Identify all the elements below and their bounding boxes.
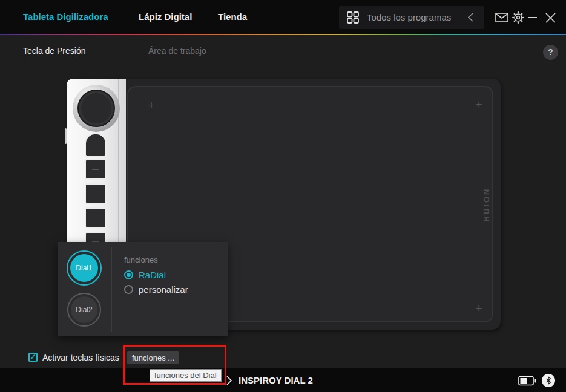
chevron-left-icon[interactable] — [468, 13, 473, 22]
close-icon[interactable] — [545, 13, 556, 23]
tab-working-area[interactable]: Área de trabajo — [148, 46, 206, 56]
dial1-button[interactable]: Dial1 — [67, 250, 102, 286]
device-name[interactable]: INSPIROY DIAL 2 — [239, 375, 313, 385]
popup-divider — [111, 247, 112, 332]
nav-item-store[interactable]: Tienda — [218, 11, 247, 22]
radio-selected-icon — [124, 270, 133, 279]
tablet-express-key-1[interactable] — [85, 133, 107, 157]
key-dash-mark — [92, 169, 99, 170]
radio-option-radial[interactable]: RaDial — [124, 270, 166, 280]
settings-gear-icon[interactable] — [512, 11, 525, 24]
mail-icon[interactable] — [495, 13, 508, 22]
status-bar: INSPIROY DIAL 2 — [0, 368, 566, 392]
dial2-label: Dial2 — [71, 296, 97, 323]
app-window: Tableta Digilizadora Lápiz Digital Tiend… — [0, 0, 566, 392]
dial-settings-popup: Dial1 Dial2 funciones RaDial personaliza… — [58, 242, 228, 336]
dial2-button[interactable]: Dial2 — [67, 293, 101, 327]
functions-label: funciones — [124, 255, 158, 264]
tablet-express-key-2[interactable] — [85, 159, 107, 180]
crosshair-top-left-icon: + — [148, 99, 154, 111]
dial-knob-surface — [77, 90, 115, 127]
radio-personalizar-label: personalizar — [139, 284, 188, 295]
tablet-express-key-3[interactable] — [85, 183, 107, 204]
minimize-icon[interactable] — [528, 17, 537, 18]
rainbow-divider — [0, 34, 566, 35]
header-bar: Tableta Digilizadora Lápiz Digital Tiend… — [0, 0, 566, 35]
chevron-right-icon[interactable] — [226, 376, 232, 385]
nav-item-tablet[interactable]: Tableta Digilizadora — [23, 11, 108, 22]
radio-radial-label: RaDial — [139, 270, 166, 280]
help-icon[interactable]: ? — [543, 45, 558, 60]
tab-press-key[interactable]: Tecla de Presión — [23, 46, 86, 56]
all-programs-label: Todos los programas — [367, 12, 451, 22]
crosshair-bottom-right-icon: + — [475, 302, 482, 314]
crosshair-top-right-icon: + — [475, 99, 482, 110]
dial1-label: Dial1 — [70, 254, 98, 282]
enable-press-keys-label: Activar teclas físicas — [42, 353, 119, 362]
all-programs-selector[interactable]: Todos los programas — [339, 6, 484, 29]
apps-grid-icon — [346, 11, 360, 24]
tablet-dial-knob[interactable] — [73, 85, 120, 132]
huion-brand-logo: HUION — [482, 188, 491, 222]
radio-unselected-icon — [124, 285, 133, 294]
nav-item-digital-pen[interactable]: Lápiz Digital — [139, 11, 192, 22]
functions-tooltip: funciones del Dial — [150, 369, 222, 382]
bluetooth-icon[interactable] — [542, 374, 555, 387]
tablet-side-notch — [65, 128, 67, 144]
radio-option-personalizar[interactable]: personalizar — [124, 284, 188, 295]
tablet-express-key-4[interactable] — [85, 207, 107, 228]
enable-press-keys-checkbox[interactable]: ✓ — [28, 353, 38, 362]
battery-icon — [518, 376, 536, 386]
